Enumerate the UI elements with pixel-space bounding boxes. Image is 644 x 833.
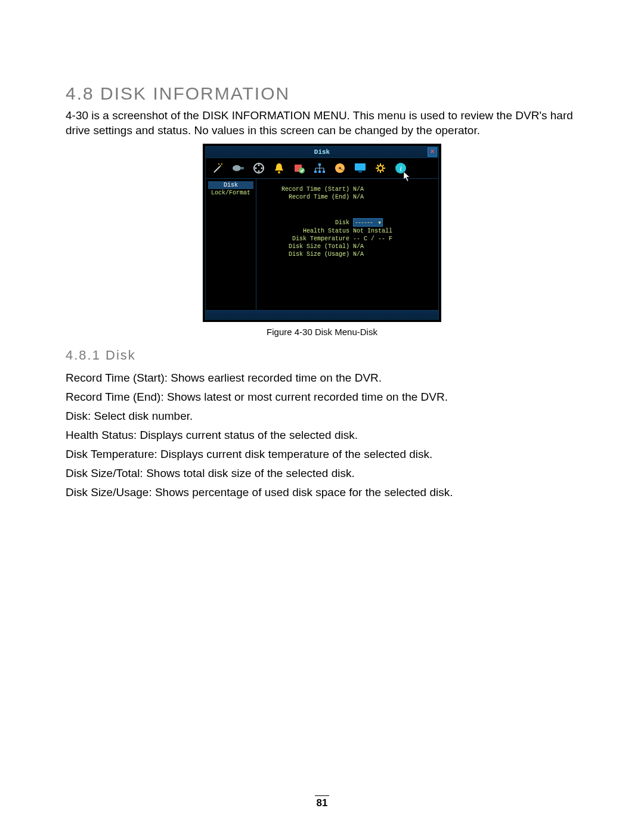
value-record-start: N/A xyxy=(353,186,364,193)
gear-icon[interactable] xyxy=(374,162,387,175)
line-health: Health Status: Displays current status o… xyxy=(66,429,578,442)
svg-point-2 xyxy=(218,163,219,165)
menu-screenshot: Disk × xyxy=(203,144,441,322)
label-size-total: Disk Size (Total) xyxy=(260,243,353,250)
value-disk-select[interactable]: ------ ▼ xyxy=(353,218,383,227)
svg-point-10 xyxy=(278,171,280,174)
label-size-usage: Disk Size (Usage) xyxy=(260,251,353,258)
svg-point-3 xyxy=(233,165,241,171)
menu-bottombar xyxy=(205,311,439,320)
svg-text:i: i xyxy=(400,164,402,173)
row-size-usage: Disk Size (Usage) N/A xyxy=(260,251,432,258)
page-number-rule xyxy=(315,795,329,796)
sidebar-item-lockformat[interactable]: Lock/Format xyxy=(208,189,253,197)
bell-icon[interactable] xyxy=(273,162,286,175)
close-button[interactable]: × xyxy=(428,147,437,157)
label-disk-select: Disk xyxy=(260,219,353,226)
disk-selected-icon[interactable] xyxy=(333,162,346,175)
line-size-total: Disk Size/Total: Shows total disk size o… xyxy=(66,467,578,480)
menu-content: Record Time (Start) N/A Record Time (End… xyxy=(256,179,438,310)
svg-rect-16 xyxy=(323,171,325,173)
value-temp: -- C / -- F xyxy=(353,236,392,242)
value-record-end: N/A xyxy=(353,194,364,200)
svg-rect-13 xyxy=(318,163,321,166)
svg-rect-20 xyxy=(358,171,362,172)
svg-rect-15 xyxy=(318,171,321,173)
camera-icon[interactable] xyxy=(232,162,245,175)
figure-wrap: Disk × xyxy=(66,144,578,322)
monitor-icon[interactable] xyxy=(354,162,367,175)
value-size-usage: N/A xyxy=(353,251,364,258)
line-record-start: Record Time (Start): Shows earliest reco… xyxy=(66,371,578,385)
menu-icon-row: i xyxy=(205,158,439,179)
document-page: 4.8 DISK INFORMATION 4-30 is a screensho… xyxy=(0,0,644,833)
svg-point-7 xyxy=(255,168,257,169)
sidebar-item-disk[interactable]: Disk xyxy=(208,181,253,189)
svg-point-9 xyxy=(258,171,260,172)
svg-point-0 xyxy=(220,165,221,166)
svg-rect-4 xyxy=(240,167,244,169)
line-record-end: Record Time (End): Shows latest or most … xyxy=(66,391,578,404)
svg-point-8 xyxy=(261,168,263,169)
network-icon[interactable] xyxy=(313,162,326,175)
wand-icon[interactable] xyxy=(212,162,225,175)
label-health: Health Status xyxy=(260,228,353,234)
row-disk-select: Disk ------ ▼ xyxy=(260,218,432,227)
row-record-start: Record Time (Start) N/A xyxy=(260,186,432,193)
chevron-down-icon: ▼ xyxy=(376,220,381,225)
sub-heading: 4.8.1 Disk xyxy=(66,348,578,363)
row-temp: Disk Temperature -- C / -- F xyxy=(260,236,432,242)
schedule-icon[interactable] xyxy=(293,162,306,175)
section-heading: 4.8 DISK INFORMATION xyxy=(66,83,578,104)
svg-point-12 xyxy=(299,168,305,174)
disk-dropdown-text: ------ xyxy=(355,219,376,226)
svg-point-1 xyxy=(221,163,222,165)
disk-dropdown[interactable]: ------ ▼ xyxy=(353,218,383,227)
label-record-start: Record Time (Start) xyxy=(260,186,353,193)
row-size-total: Disk Size (Total) N/A xyxy=(260,243,432,250)
figure-caption: Figure 4-30 Disk Menu-Disk xyxy=(66,327,578,337)
menu-title: Disk xyxy=(206,148,438,156)
info-icon[interactable]: i xyxy=(394,162,407,175)
row-health: Health Status Not Install xyxy=(260,228,432,234)
page-number: 81 xyxy=(0,795,644,809)
menu-titlebar: Disk × xyxy=(205,146,439,158)
intro-paragraph: 4-30 is a screenshot of the DISK INFORMA… xyxy=(66,109,578,138)
line-disk: Disk: Select disk number. xyxy=(66,410,578,423)
menu-sidebar: Disk Lock/Format xyxy=(206,179,256,310)
page-number-value: 81 xyxy=(317,797,328,809)
line-temp: Disk Temperature: Displays current disk … xyxy=(66,448,578,461)
reel-icon[interactable] xyxy=(252,162,265,175)
menu-window: Disk × xyxy=(205,146,439,320)
label-temp: Disk Temperature xyxy=(260,236,353,242)
menu-body: Disk Lock/Format Record Time (Start) N/A… xyxy=(205,179,439,311)
row-record-end: Record Time (End) N/A xyxy=(260,194,432,200)
svg-rect-19 xyxy=(355,163,366,171)
value-size-total: N/A xyxy=(353,243,364,250)
value-health: Not Install xyxy=(353,228,392,234)
label-record-end: Record Time (End) xyxy=(260,194,353,200)
svg-rect-14 xyxy=(314,171,317,173)
line-size-usage: Disk Size/Usage: Shows percentage of use… xyxy=(66,486,578,499)
svg-point-6 xyxy=(258,165,260,166)
svg-point-21 xyxy=(378,166,383,171)
